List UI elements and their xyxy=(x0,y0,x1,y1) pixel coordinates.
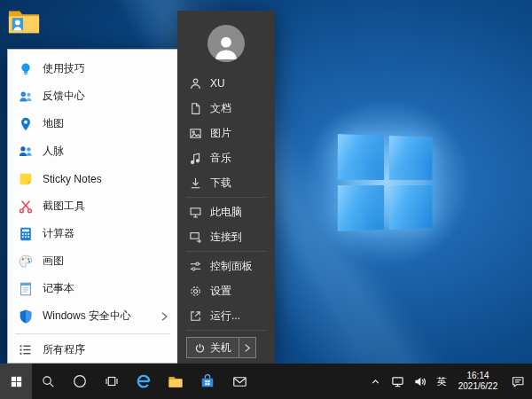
clock-date: 2021/6/22 xyxy=(458,381,498,393)
start-item-label: 此电脑 xyxy=(210,205,242,220)
start-menu: 使用技巧 反馈中心 地图 人脉 xyxy=(0,0,284,365)
start-item-calculator[interactable]: 计算器 xyxy=(8,220,177,247)
network-icon xyxy=(391,375,404,388)
windows-logo-icon xyxy=(9,374,24,389)
edge-taskbar-button[interactable] xyxy=(128,364,160,399)
start-item-music[interactable]: 音乐 xyxy=(177,145,275,170)
search-button[interactable] xyxy=(32,364,64,399)
volume-tray-button[interactable] xyxy=(409,364,431,399)
start-item-label: 地图 xyxy=(43,116,64,131)
edge-icon xyxy=(135,372,153,390)
task-view-button[interactable] xyxy=(96,364,128,399)
start-item-label: 控制面板 xyxy=(210,259,253,274)
menu-separator xyxy=(186,251,266,252)
control-panel-icon xyxy=(188,259,202,273)
start-item-sticky-notes[interactable]: Sticky Notes xyxy=(8,165,177,192)
folder-icon xyxy=(167,372,184,390)
logo-pane xyxy=(338,185,384,231)
start-item-label: Sticky Notes xyxy=(43,173,102,185)
start-menu-places-panel: XU 文档 图片 音乐 xyxy=(177,11,275,364)
search-icon xyxy=(41,374,56,389)
start-item-settings[interactable]: 设置 xyxy=(177,278,275,303)
task-view-icon xyxy=(104,373,120,389)
start-item-downloads[interactable]: 下载 xyxy=(177,170,275,195)
mail-envelope-icon xyxy=(231,373,248,390)
notepad-icon xyxy=(17,280,34,297)
connect-icon xyxy=(188,230,202,244)
calculator-icon xyxy=(17,225,34,242)
shutdown-options-button[interactable] xyxy=(239,338,255,357)
logo-pane xyxy=(389,136,433,180)
start-menu-apps-panel: 使用技巧 反馈中心 地图 人脉 xyxy=(7,49,177,364)
feedback-icon xyxy=(17,88,34,105)
document-icon xyxy=(188,101,202,115)
shutdown-button[interactable]: 关机 xyxy=(186,337,256,358)
store-taskbar-button[interactable] xyxy=(192,364,223,399)
logo-pane xyxy=(389,185,433,230)
gear-icon xyxy=(188,284,202,298)
logo-pane xyxy=(338,134,384,180)
start-button[interactable] xyxy=(0,364,32,399)
start-item-label: 使用技巧 xyxy=(43,61,85,76)
start-item-maps[interactable]: 地图 xyxy=(8,110,177,137)
ime-indicator[interactable]: 英 xyxy=(431,364,452,399)
action-center-button[interactable] xyxy=(504,364,532,399)
start-item-label: 截图工具 xyxy=(43,199,85,214)
map-pin-icon xyxy=(17,115,34,132)
start-item-label: 下载 xyxy=(210,176,231,191)
speaker-icon xyxy=(413,375,426,388)
start-item-control-panel[interactable]: 控制面板 xyxy=(177,254,275,278)
start-item-pictures[interactable]: 图片 xyxy=(177,121,275,145)
download-icon xyxy=(188,176,202,190)
taskbar-clock[interactable]: 16:14 2021/6/22 xyxy=(452,364,504,399)
start-item-connect-to[interactable]: 连接到 xyxy=(177,224,275,249)
windows-hero-logo xyxy=(338,134,433,231)
start-item-label: 记事本 xyxy=(43,281,74,296)
start-item-user-folder[interactable]: XU xyxy=(177,71,275,96)
screen: 使用技巧 反馈中心 地图 人脉 xyxy=(0,0,532,399)
menu-separator xyxy=(15,333,170,334)
cortana-button[interactable] xyxy=(64,364,96,399)
start-item-windows-security[interactable]: Windows 安全中心 xyxy=(8,302,177,330)
start-item-run[interactable]: 运行... xyxy=(177,303,275,328)
start-item-label: 设置 xyxy=(210,284,231,299)
start-item-notepad[interactable]: 记事本 xyxy=(8,275,177,302)
ime-label: 英 xyxy=(437,375,447,388)
menu-separator xyxy=(186,197,266,198)
scissors-icon xyxy=(17,198,34,215)
cortana-circle-icon xyxy=(72,373,88,389)
shield-icon xyxy=(17,308,34,325)
mail-taskbar-button[interactable] xyxy=(223,364,255,399)
start-item-documents[interactable]: 文档 xyxy=(177,96,275,121)
store-bag-icon xyxy=(199,372,216,390)
file-explorer-taskbar-button[interactable] xyxy=(160,364,192,399)
start-item-this-pc[interactable]: 此电脑 xyxy=(177,200,275,224)
start-item-label: 计算器 xyxy=(43,226,74,241)
network-tray-button[interactable] xyxy=(387,364,409,399)
start-item-label: 反馈中心 xyxy=(43,89,85,104)
tray-expand-button[interactable] xyxy=(364,364,387,399)
lightbulb-icon xyxy=(17,60,34,77)
start-item-label: 连接到 xyxy=(210,230,242,245)
start-item-feedback-hub[interactable]: 反馈中心 xyxy=(8,82,177,110)
action-center-icon xyxy=(511,374,525,388)
picture-icon xyxy=(188,126,202,140)
user-name: XU xyxy=(210,77,225,90)
all-programs-label: 所有程序 xyxy=(43,342,85,357)
user-avatar[interactable] xyxy=(207,25,245,62)
power-icon xyxy=(194,342,206,354)
shutdown-label: 关机 xyxy=(210,340,231,356)
start-item-label: 图片 xyxy=(210,126,231,141)
start-item-people[interactable]: 人脉 xyxy=(8,137,177,165)
start-item-label: 运行... xyxy=(210,309,240,324)
start-item-label: 音乐 xyxy=(210,151,231,166)
chevron-right-icon xyxy=(160,311,168,322)
start-item-paint[interactable]: 画图 xyxy=(8,247,177,275)
user-icon xyxy=(188,76,202,90)
list-icon xyxy=(17,341,34,358)
start-item-tips[interactable]: 使用技巧 xyxy=(8,55,177,82)
menu-separator xyxy=(186,330,266,331)
start-item-label: 画图 xyxy=(43,254,64,269)
all-programs-button[interactable]: 所有程序 xyxy=(8,336,177,363)
start-item-snipping-tool[interactable]: 截图工具 xyxy=(8,192,177,220)
